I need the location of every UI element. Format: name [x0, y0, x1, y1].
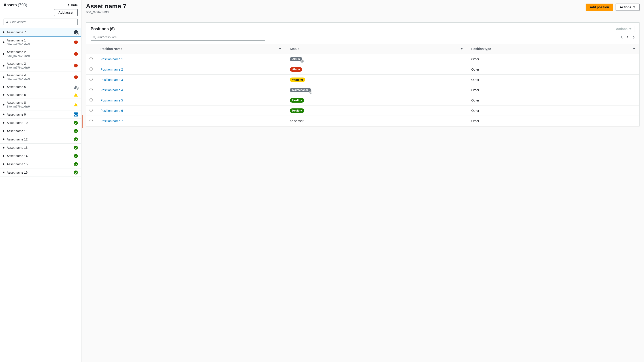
- row-radio[interactable]: [90, 98, 93, 101]
- positions-panel: Positions (6) Actions: [86, 22, 640, 126]
- healthy-icon: [74, 121, 78, 125]
- position-type: Other: [467, 54, 639, 64]
- row-radio[interactable]: [90, 88, 93, 91]
- asset-name: Asset name 4: [7, 73, 74, 77]
- chevron-left-icon: [67, 4, 70, 7]
- caret-right-icon[interactable]: [3, 103, 4, 106]
- find-resource-search[interactable]: [91, 34, 265, 41]
- col-status[interactable]: Status: [285, 44, 467, 54]
- position-link[interactable]: Position name 6: [100, 109, 123, 112]
- position-link[interactable]: Position name 4: [100, 88, 123, 92]
- caret-right-icon[interactable]: [3, 138, 4, 140]
- asset-name: Asset name 16: [7, 171, 74, 174]
- mute-icon: [300, 60, 304, 63]
- positions-table: Position Name Status Position type Posit…: [86, 44, 639, 126]
- page-title: Asset name 7: [86, 3, 126, 10]
- position-link[interactable]: Position name 2: [100, 68, 123, 71]
- find-assets-input[interactable]: [10, 20, 76, 24]
- chevron-left-icon: [620, 36, 623, 39]
- caret-right-icon[interactable]: [3, 86, 4, 88]
- header-actions-button[interactable]: Actions: [616, 4, 640, 11]
- asset-name: Asset name 12: [7, 137, 74, 141]
- pager-next-button[interactable]: [632, 36, 635, 39]
- asset-name: Asset name 7: [7, 31, 74, 34]
- position-link[interactable]: Position name 5: [100, 99, 123, 102]
- add-position-button[interactable]: Add position: [586, 4, 613, 11]
- panel-actions-label: Actions: [616, 27, 628, 31]
- table-row: Position name 6HealthyOther: [86, 105, 639, 116]
- caret-right-icon[interactable]: [3, 155, 4, 157]
- caret-right-icon[interactable]: [3, 130, 4, 132]
- caret-right-icon[interactable]: [3, 171, 4, 173]
- table-row: Position name 7no sensorOther: [86, 116, 639, 126]
- pager-prev-button[interactable]: [620, 36, 623, 39]
- asset-item[interactable]: Asset name 16: [0, 168, 81, 177]
- asset-item[interactable]: Asset name 7: [0, 28, 81, 37]
- sort-icon: [460, 48, 463, 50]
- status-badge: Warning: [290, 78, 306, 82]
- caret-right-icon[interactable]: [3, 163, 4, 165]
- asset-item[interactable]: Asset name 9: [0, 110, 81, 119]
- caret-down-icon: [633, 7, 635, 8]
- asset-item[interactable]: Asset name 8Site_m776v1khz9: [0, 99, 81, 110]
- panel-actions-button[interactable]: Actions: [613, 26, 635, 32]
- caret-right-icon[interactable]: [3, 65, 4, 67]
- status-badge: Maintenance: [290, 88, 311, 92]
- position-type: Other: [467, 75, 639, 85]
- asset-name: Asset name 13: [7, 146, 74, 149]
- caret-right-icon[interactable]: [3, 76, 4, 78]
- sort-icon: [633, 48, 635, 50]
- find-resource-input[interactable]: [98, 35, 263, 39]
- col-type[interactable]: Position type: [467, 44, 639, 54]
- asset-item[interactable]: Asset name 10: [0, 119, 81, 127]
- caret-right-icon[interactable]: [3, 31, 4, 33]
- asset-name: Asset name 2: [7, 50, 74, 54]
- caret-right-icon[interactable]: [3, 94, 4, 96]
- asset-site: Site_m776v1khz9: [7, 66, 74, 69]
- row-radio[interactable]: [90, 57, 93, 60]
- row-radio[interactable]: [90, 67, 93, 71]
- status-nosensor: no sensor: [290, 119, 304, 123]
- svg-line-1: [8, 22, 8, 23]
- asset-item[interactable]: Asset name 1Site_m776v1khz9: [0, 37, 81, 48]
- alarm-icon: [74, 52, 78, 56]
- asset-item[interactable]: Asset name 4Site_m776v1khz9: [0, 71, 81, 83]
- asset-name: Asset name 3: [7, 62, 74, 65]
- caret-right-icon[interactable]: [3, 53, 4, 55]
- col-name[interactable]: Position Name: [96, 44, 285, 54]
- position-link[interactable]: Position name 3: [100, 78, 123, 82]
- asset-item[interactable]: Asset name 12: [0, 135, 81, 144]
- hide-sidebar-button[interactable]: Hide: [67, 3, 78, 7]
- row-radio[interactable]: [90, 109, 93, 112]
- caret-right-icon[interactable]: [3, 41, 4, 44]
- asset-item[interactable]: Asset name 13: [0, 144, 81, 152]
- asset-item[interactable]: Asset name 5: [0, 83, 81, 91]
- asset-item[interactable]: Asset name 11: [0, 127, 81, 135]
- alarm-icon: [74, 64, 78, 67]
- position-link[interactable]: Position name 1: [100, 57, 123, 61]
- actions-label: Actions: [620, 5, 631, 9]
- assets-count: (793): [18, 3, 27, 7]
- row-radio[interactable]: [90, 78, 93, 81]
- caret-right-icon[interactable]: [3, 146, 4, 149]
- asset-item[interactable]: Asset name 6: [0, 91, 81, 99]
- healthy-icon: [74, 146, 78, 150]
- caret-down-icon: [629, 28, 632, 30]
- asset-item[interactable]: Asset name 14: [0, 152, 81, 160]
- find-assets-search[interactable]: [4, 19, 78, 25]
- main-header: Asset name 7 Site_m776v1khz9 Add positio…: [82, 0, 644, 18]
- asset-item[interactable]: Asset name 15: [0, 160, 81, 168]
- caret-right-icon[interactable]: [3, 122, 4, 124]
- asset-name: Asset name 15: [7, 162, 74, 166]
- svg-point-2: [93, 36, 95, 38]
- caret-right-icon[interactable]: [3, 113, 4, 116]
- asset-item[interactable]: Asset name 3Site_m776v1khz9: [0, 60, 81, 71]
- position-link[interactable]: Position name 7: [100, 119, 123, 123]
- healthy-icon: [74, 170, 78, 174]
- asset-item[interactable]: Asset name 2Site_m776v1khz9: [0, 48, 81, 60]
- mute-icon: [309, 91, 312, 94]
- add-asset-button[interactable]: Add asset: [54, 9, 78, 16]
- row-radio[interactable]: [90, 119, 93, 122]
- alarm-icon: [74, 76, 78, 79]
- table-row: Position name 4MaintenanceOther: [86, 85, 639, 95]
